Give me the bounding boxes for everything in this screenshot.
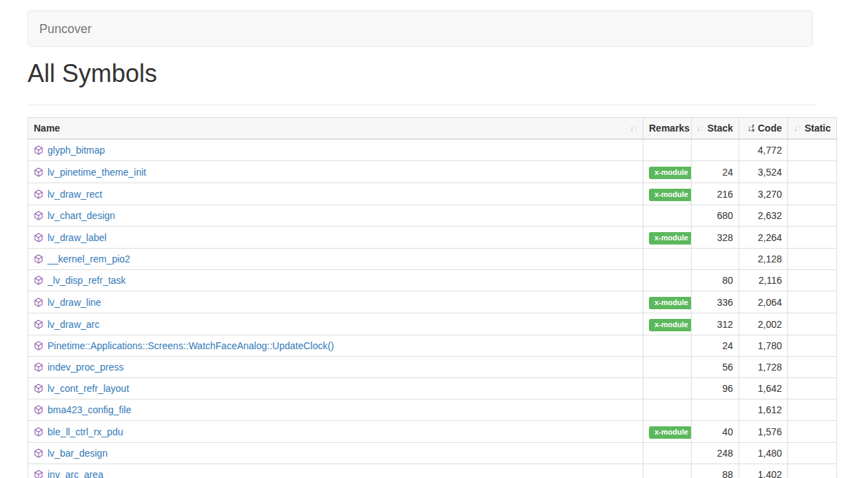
static-cell xyxy=(788,270,837,291)
code-cell: 3,270 xyxy=(739,183,788,205)
symbol-link[interactable]: lv_draw_line xyxy=(48,297,101,308)
sort-icon[interactable]: ↓↑ xyxy=(630,122,637,134)
remarks-cell: x-module xyxy=(643,291,692,313)
static-cell xyxy=(788,357,837,378)
cube-icon xyxy=(34,167,43,177)
table-row: _lv_disp_refr_task 80 2,116 xyxy=(28,270,837,291)
cube-icon xyxy=(34,298,43,307)
code-cell: 2,128 xyxy=(739,249,788,270)
remarks-cell: x-module xyxy=(643,421,692,443)
sort-icon[interactable]: ↓↑ xyxy=(696,122,704,134)
name-cell: lv_draw_line xyxy=(28,291,643,313)
column-header-code[interactable]: ↓za Code xyxy=(739,118,788,140)
symbol-link[interactable]: inv_arc_area xyxy=(48,469,103,478)
stack-cell: 24 xyxy=(692,335,739,357)
name-cell: lv_draw_rect xyxy=(28,183,643,205)
symbol-link[interactable]: lv_cont_refr_layout xyxy=(48,383,129,394)
code-cell: 1,728 xyxy=(739,357,788,378)
column-header-stack[interactable]: ↓↑ Stack xyxy=(692,118,739,140)
stack-cell: 312 xyxy=(692,313,739,335)
table-row: Pinetime::Applications::Screens::WatchFa… xyxy=(28,335,837,357)
column-header-name[interactable]: Name ↓↑ xyxy=(28,118,643,140)
stack-cell xyxy=(692,399,739,421)
cube-icon xyxy=(34,470,43,478)
cube-icon xyxy=(34,405,43,415)
stack-cell: 216 xyxy=(692,183,739,205)
x-module-badge: x-module xyxy=(649,232,692,245)
remarks-cell xyxy=(643,464,692,478)
cube-icon xyxy=(34,189,43,199)
symbol-link[interactable]: lv_draw_label xyxy=(48,232,107,243)
name-cell: _lv_disp_refr_task xyxy=(28,270,643,291)
x-module-badge: x-module xyxy=(649,297,692,309)
symbol-link[interactable]: __kernel_rem_pio2 xyxy=(48,253,130,264)
symbol-link[interactable]: lv_chart_design xyxy=(48,210,115,221)
symbol-link[interactable]: _lv_disp_refr_task xyxy=(48,275,126,286)
column-header-remarks[interactable]: Remarks xyxy=(643,118,692,140)
name-cell: lv_pinetime_theme_init xyxy=(28,161,643,183)
static-cell xyxy=(788,399,837,421)
table-row: lv_draw_rect x-module 216 3,270 xyxy=(28,183,837,205)
navbar: Puncover xyxy=(28,10,813,47)
remarks-cell: x-module xyxy=(643,183,692,205)
column-header-static[interactable]: ↓↑ Static xyxy=(788,118,837,140)
page-title: All Symbols xyxy=(28,59,840,87)
symbols-table-container: Name ↓↑ Remarks ↓↑ Stack xyxy=(28,117,836,478)
stack-cell: 56 xyxy=(692,357,739,378)
table-row: lv_chart_design 680 2,632 xyxy=(28,205,837,227)
code-cell: 4,772 xyxy=(739,139,788,161)
symbol-link[interactable]: Pinetime::Applications::Screens::WatchFa… xyxy=(48,340,334,351)
table-row: lv_pinetime_theme_init x-module 24 3,524 xyxy=(28,161,837,183)
stack-cell: 328 xyxy=(692,227,739,249)
code-cell: 1,780 xyxy=(739,335,788,357)
cube-icon xyxy=(34,384,43,393)
remarks-cell: x-module xyxy=(643,161,692,183)
symbol-link[interactable]: lv_pinetime_theme_init xyxy=(48,167,146,178)
column-label-stack: Stack xyxy=(707,122,733,134)
code-cell: 2,064 xyxy=(739,291,788,313)
table-row: inv_arc_area 88 1,402 xyxy=(28,464,837,478)
column-label-code: Code xyxy=(758,122,782,134)
symbol-link[interactable]: bma423_config_file xyxy=(48,404,131,415)
table-row: __kernel_rem_pio2 2,128 xyxy=(28,249,837,270)
divider xyxy=(28,105,816,105)
symbol-link[interactable]: lv_draw_arc xyxy=(48,319,99,330)
sort-descending-active-icon[interactable]: ↓za xyxy=(747,122,754,134)
name-cell: lv_draw_label xyxy=(28,227,643,249)
static-cell xyxy=(788,443,837,464)
remarks-cell: x-module xyxy=(643,227,692,249)
static-cell xyxy=(788,378,837,399)
x-module-badge: x-module xyxy=(649,167,692,179)
cube-icon xyxy=(34,276,43,285)
sort-icon[interactable]: ↓↑ xyxy=(794,122,801,134)
name-cell: glyph_bitmap xyxy=(28,139,643,161)
x-module-badge: x-module xyxy=(649,426,692,439)
code-cell: 1,612 xyxy=(739,399,788,421)
stack-cell: 88 xyxy=(692,464,739,478)
sort-letter-a: a xyxy=(752,128,754,132)
stack-cell: 248 xyxy=(692,443,739,464)
cube-icon xyxy=(34,145,43,155)
symbol-link[interactable]: lv_bar_design xyxy=(48,448,107,459)
symbol-link[interactable]: glyph_bitmap xyxy=(48,145,105,156)
name-cell: lv_draw_arc xyxy=(28,313,643,335)
stack-cell: 96 xyxy=(692,378,739,399)
sort-up-arrow-icon: ↑ xyxy=(700,122,704,134)
table-row: lv_bar_design 248 1,480 xyxy=(28,443,837,464)
code-cell: 2,116 xyxy=(739,270,788,291)
code-cell: 1,480 xyxy=(739,443,788,464)
symbol-link[interactable]: lv_draw_rect xyxy=(48,189,102,200)
remarks-cell xyxy=(643,205,692,227)
remarks-cell xyxy=(643,270,692,291)
cube-icon xyxy=(34,448,43,458)
static-cell xyxy=(788,183,837,205)
symbol-link[interactable]: ble_ll_ctrl_rx_pdu xyxy=(48,426,123,437)
static-cell xyxy=(788,313,837,335)
name-cell: lv_bar_design xyxy=(28,443,643,464)
symbol-link[interactable]: indev_proc_press xyxy=(48,362,124,373)
static-cell xyxy=(788,291,837,313)
navbar-brand-link[interactable]: Puncover xyxy=(28,22,103,36)
symbols-table: Name ↓↑ Remarks ↓↑ Stack xyxy=(28,117,837,478)
code-cell: 2,632 xyxy=(739,205,788,227)
remarks-cell xyxy=(643,378,692,399)
